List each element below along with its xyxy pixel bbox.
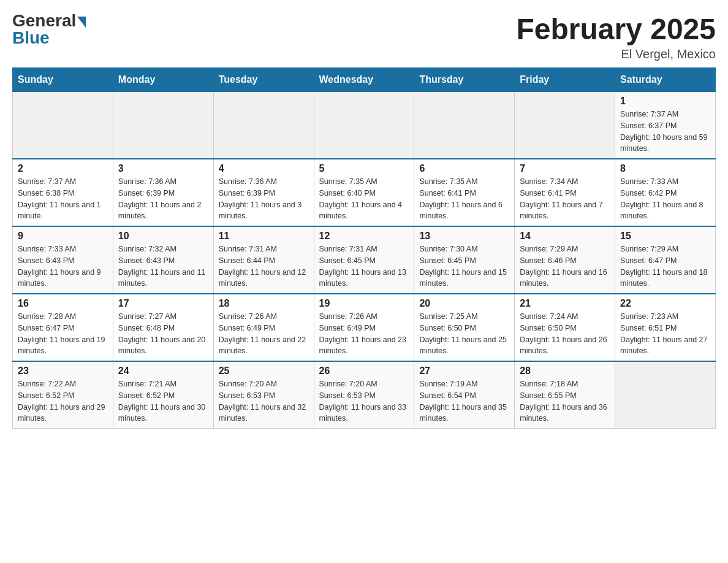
calendar-cell: 5Sunrise: 7:35 AMSunset: 6:40 PMDaylight…: [314, 159, 414, 226]
calendar-cell: [515, 92, 615, 159]
day-info: Sunrise: 7:30 AMSunset: 6:45 PMDaylight:…: [419, 243, 509, 289]
calendar-cell: 9Sunrise: 7:33 AMSunset: 6:43 PMDaylight…: [13, 226, 113, 294]
day-number: 5: [319, 163, 409, 174]
calendar-week-row: 1Sunrise: 7:37 AMSunset: 6:37 PMDaylight…: [13, 92, 716, 159]
day-info: Sunrise: 7:33 AMSunset: 6:42 PMDaylight:…: [620, 176, 710, 222]
day-number: 24: [118, 366, 208, 377]
calendar-day-header: Tuesday: [213, 68, 314, 92]
calendar-cell: [615, 361, 716, 429]
day-info: Sunrise: 7:23 AMSunset: 6:51 PMDaylight:…: [620, 311, 710, 357]
day-number: 1: [620, 96, 710, 107]
calendar-week-row: 2Sunrise: 7:37 AMSunset: 6:38 PMDaylight…: [13, 159, 716, 226]
day-info: Sunrise: 7:18 AMSunset: 6:55 PMDaylight:…: [520, 378, 610, 424]
calendar-table: SundayMondayTuesdayWednesdayThursdayFrid…: [12, 67, 716, 429]
day-number: 8: [620, 163, 710, 174]
day-number: 20: [419, 298, 509, 309]
day-info: Sunrise: 7:21 AMSunset: 6:52 PMDaylight:…: [118, 378, 208, 424]
title-block: February 2025 El Vergel, Mexico: [516, 12, 716, 61]
day-info: Sunrise: 7:19 AMSunset: 6:54 PMDaylight:…: [419, 378, 509, 424]
calendar-day-header: Wednesday: [314, 68, 414, 92]
calendar-cell: [13, 92, 113, 159]
day-number: 22: [620, 298, 710, 309]
calendar-week-row: 9Sunrise: 7:33 AMSunset: 6:43 PMDaylight…: [13, 226, 716, 294]
day-info: Sunrise: 7:24 AMSunset: 6:50 PMDaylight:…: [520, 311, 610, 357]
day-info: Sunrise: 7:26 AMSunset: 6:49 PMDaylight:…: [319, 311, 409, 357]
day-info: Sunrise: 7:36 AMSunset: 6:39 PMDaylight:…: [219, 176, 309, 222]
day-info: Sunrise: 7:20 AMSunset: 6:53 PMDaylight:…: [319, 378, 409, 424]
calendar-cell: 21Sunrise: 7:24 AMSunset: 6:50 PMDayligh…: [515, 294, 615, 361]
day-number: 25: [219, 366, 309, 377]
day-info: Sunrise: 7:36 AMSunset: 6:39 PMDaylight:…: [118, 176, 208, 222]
calendar-cell: 19Sunrise: 7:26 AMSunset: 6:49 PMDayligh…: [314, 294, 414, 361]
calendar-cell: 17Sunrise: 7:27 AMSunset: 6:48 PMDayligh…: [113, 294, 213, 361]
day-number: 3: [118, 163, 208, 174]
day-number: 13: [419, 231, 509, 242]
day-info: Sunrise: 7:29 AMSunset: 6:47 PMDaylight:…: [620, 243, 710, 289]
day-info: Sunrise: 7:28 AMSunset: 6:47 PMDaylight:…: [18, 311, 108, 357]
day-number: 18: [219, 298, 309, 309]
calendar-cell: 14Sunrise: 7:29 AMSunset: 6:46 PMDayligh…: [515, 226, 615, 294]
logo-blue-text: Blue: [12, 29, 50, 47]
calendar-cell: 16Sunrise: 7:28 AMSunset: 6:47 PMDayligh…: [13, 294, 113, 361]
calendar-cell: 4Sunrise: 7:36 AMSunset: 6:39 PMDaylight…: [213, 159, 314, 226]
day-info: Sunrise: 7:29 AMSunset: 6:46 PMDaylight:…: [520, 243, 610, 289]
day-number: 10: [118, 231, 208, 242]
day-number: 27: [419, 366, 509, 377]
day-info: Sunrise: 7:37 AMSunset: 6:37 PMDaylight:…: [620, 109, 710, 155]
calendar-cell: [314, 92, 414, 159]
calendar-cell: 12Sunrise: 7:31 AMSunset: 6:45 PMDayligh…: [314, 226, 414, 294]
day-info: Sunrise: 7:37 AMSunset: 6:38 PMDaylight:…: [18, 176, 108, 222]
day-info: Sunrise: 7:20 AMSunset: 6:53 PMDaylight:…: [219, 378, 309, 424]
logo-arrow-icon: [77, 17, 86, 28]
day-info: Sunrise: 7:31 AMSunset: 6:45 PMDaylight:…: [319, 243, 409, 289]
calendar-cell: 10Sunrise: 7:32 AMSunset: 6:43 PMDayligh…: [113, 226, 213, 294]
calendar-cell: [113, 92, 213, 159]
calendar-week-row: 23Sunrise: 7:22 AMSunset: 6:52 PMDayligh…: [13, 361, 716, 429]
day-number: 7: [520, 163, 610, 174]
day-number: 26: [319, 366, 409, 377]
calendar-header-row: SundayMondayTuesdayWednesdayThursdayFrid…: [13, 68, 716, 92]
calendar-day-header: Monday: [113, 68, 213, 92]
calendar-cell: 1Sunrise: 7:37 AMSunset: 6:37 PMDaylight…: [615, 92, 716, 159]
day-number: 9: [18, 231, 108, 242]
month-title: February 2025: [516, 12, 716, 46]
day-info: Sunrise: 7:26 AMSunset: 6:49 PMDaylight:…: [219, 311, 309, 357]
calendar-cell: 3Sunrise: 7:36 AMSunset: 6:39 PMDaylight…: [113, 159, 213, 226]
logo: General Blue: [12, 12, 86, 47]
day-number: 15: [620, 231, 710, 242]
day-number: 16: [18, 298, 108, 309]
day-info: Sunrise: 7:25 AMSunset: 6:50 PMDaylight:…: [419, 311, 509, 357]
location: El Vergel, Mexico: [516, 47, 716, 61]
day-number: 2: [18, 163, 108, 174]
day-number: 17: [118, 298, 208, 309]
calendar-week-row: 16Sunrise: 7:28 AMSunset: 6:47 PMDayligh…: [13, 294, 716, 361]
day-info: Sunrise: 7:22 AMSunset: 6:52 PMDaylight:…: [18, 378, 108, 424]
logo-general-text: General: [12, 11, 86, 30]
calendar-cell: 11Sunrise: 7:31 AMSunset: 6:44 PMDayligh…: [213, 226, 314, 294]
calendar-cell: 24Sunrise: 7:21 AMSunset: 6:52 PMDayligh…: [113, 361, 213, 429]
day-number: 6: [419, 163, 509, 174]
calendar-cell: 15Sunrise: 7:29 AMSunset: 6:47 PMDayligh…: [615, 226, 716, 294]
calendar-cell: 7Sunrise: 7:34 AMSunset: 6:41 PMDaylight…: [515, 159, 615, 226]
day-info: Sunrise: 7:32 AMSunset: 6:43 PMDaylight:…: [118, 243, 208, 289]
day-number: 28: [520, 366, 610, 377]
day-number: 4: [219, 163, 309, 174]
calendar-cell: 23Sunrise: 7:22 AMSunset: 6:52 PMDayligh…: [13, 361, 113, 429]
day-info: Sunrise: 7:31 AMSunset: 6:44 PMDaylight:…: [219, 243, 309, 289]
calendar-cell: 13Sunrise: 7:30 AMSunset: 6:45 PMDayligh…: [414, 226, 515, 294]
page-header: General Blue February 2025 El Vergel, Me…: [12, 12, 716, 61]
calendar-cell: [414, 92, 515, 159]
calendar-cell: 6Sunrise: 7:35 AMSunset: 6:41 PMDaylight…: [414, 159, 515, 226]
day-info: Sunrise: 7:27 AMSunset: 6:48 PMDaylight:…: [118, 311, 208, 357]
calendar-day-header: Saturday: [615, 68, 716, 92]
calendar-cell: [213, 92, 314, 159]
calendar-cell: 18Sunrise: 7:26 AMSunset: 6:49 PMDayligh…: [213, 294, 314, 361]
day-number: 23: [18, 366, 108, 377]
day-info: Sunrise: 7:35 AMSunset: 6:40 PMDaylight:…: [319, 176, 409, 222]
calendar-day-header: Thursday: [414, 68, 515, 92]
calendar-cell: 8Sunrise: 7:33 AMSunset: 6:42 PMDaylight…: [615, 159, 716, 226]
calendar-cell: 27Sunrise: 7:19 AMSunset: 6:54 PMDayligh…: [414, 361, 515, 429]
day-number: 12: [319, 231, 409, 242]
logo-general-line: General: [12, 12, 86, 29]
calendar-day-header: Friday: [515, 68, 615, 92]
